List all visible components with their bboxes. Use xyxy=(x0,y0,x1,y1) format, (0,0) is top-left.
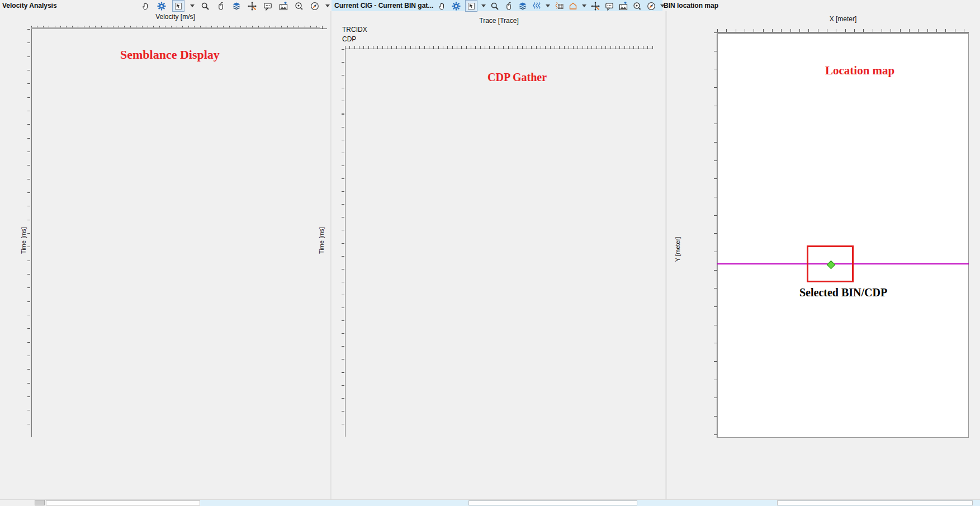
comment-button[interactable] xyxy=(604,1,614,11)
panel-title-velocity: Velocity Analysis xyxy=(2,2,57,10)
wiggle-button[interactable] xyxy=(532,1,542,11)
panel-title-gather: Current CIG - Current BIN gat... xyxy=(334,2,433,10)
dropdown-caret[interactable] xyxy=(190,4,195,7)
map-plot-area[interactable] xyxy=(717,32,969,438)
gather-plot-canvas[interactable] xyxy=(345,49,654,437)
semblance-plot-canvas[interactable] xyxy=(31,29,320,437)
export-image-icon xyxy=(619,2,628,11)
velocity-axis-title: Velocity [m/s] xyxy=(31,13,319,21)
gear-button[interactable] xyxy=(157,1,167,11)
panel-splitter[interactable] xyxy=(330,11,332,499)
move-icon xyxy=(248,2,257,11)
comment-button[interactable] xyxy=(263,1,273,11)
export-image-icon xyxy=(279,2,288,11)
map-x-axis-title: X [meter] xyxy=(717,15,969,23)
bottom-panel-bar[interactable] xyxy=(777,500,973,505)
compass-icon xyxy=(647,2,656,11)
export-image-button[interactable] xyxy=(278,1,288,11)
compass-icon xyxy=(310,2,319,11)
layers-icon xyxy=(518,2,527,11)
time-axis-minor-ticks-gather xyxy=(342,49,344,437)
select-button[interactable] xyxy=(172,0,184,12)
time-axis-title-gather: Time [ms] xyxy=(318,227,325,254)
cdp-row-label: CDP xyxy=(342,35,356,43)
hand-button[interactable] xyxy=(141,1,151,11)
dropdown-caret[interactable] xyxy=(546,4,550,7)
select-button[interactable] xyxy=(465,0,477,12)
toolbar-gather xyxy=(437,1,665,11)
measure-button[interactable] xyxy=(632,1,642,11)
hand-button[interactable] xyxy=(437,1,447,11)
measure-icon xyxy=(295,2,304,11)
bottom-grip[interactable] xyxy=(35,500,45,505)
application-window: Velocity Analysis Current CIG - Current … xyxy=(0,0,980,506)
mouse-icon xyxy=(216,2,225,11)
dropdown-caret[interactable] xyxy=(582,4,586,7)
zoom-icon xyxy=(490,2,499,11)
panel-title-map: BIN location map xyxy=(664,2,718,10)
mouse-button[interactable] xyxy=(504,1,514,11)
move-button[interactable] xyxy=(590,1,600,11)
layers-button[interactable] xyxy=(231,1,242,11)
move-button[interactable] xyxy=(247,1,257,11)
gear-icon xyxy=(157,2,166,11)
toolbar-velocity xyxy=(141,1,330,11)
measure-icon xyxy=(633,2,642,11)
measure-button[interactable] xyxy=(294,1,304,11)
mouse-button[interactable] xyxy=(216,1,226,11)
zoom-button[interactable] xyxy=(200,1,210,11)
layers-button[interactable] xyxy=(518,1,528,11)
polygon-icon xyxy=(569,2,577,11)
panel-splitter[interactable] xyxy=(665,11,667,499)
wiggle-table-icon xyxy=(555,2,564,11)
hand-icon xyxy=(141,2,150,11)
polygon-button[interactable] xyxy=(568,1,578,11)
trace-axis-title: Trace [Trace] xyxy=(345,17,653,25)
map-y-axis-title: Y [meter] xyxy=(674,237,681,262)
layers-icon xyxy=(232,2,241,11)
comment-icon xyxy=(605,2,614,11)
zoom-icon xyxy=(201,2,210,11)
hand-icon xyxy=(438,2,447,11)
export-image-button[interactable] xyxy=(618,1,628,11)
gear-button[interactable] xyxy=(451,1,461,11)
gear-icon xyxy=(452,2,461,11)
select-icon xyxy=(467,2,476,11)
wiggle-table-button[interactable] xyxy=(554,1,564,11)
bottom-panel-bar[interactable] xyxy=(46,500,200,505)
compass-button[interactable] xyxy=(646,1,656,11)
mouse-icon xyxy=(504,2,513,11)
time-axis-minor-ticks-velocity xyxy=(27,29,30,437)
bottom-panel-bar[interactable] xyxy=(468,500,637,505)
dropdown-caret[interactable] xyxy=(325,4,330,7)
gather-annotation: CDP Gather xyxy=(487,71,547,84)
map-annotation-title: Location map xyxy=(825,64,894,78)
time-axis-title-velocity: Time [ms] xyxy=(20,227,27,254)
move-icon xyxy=(591,2,600,11)
comment-icon xyxy=(263,2,272,11)
compass-button[interactable] xyxy=(310,1,320,11)
dropdown-caret[interactable] xyxy=(660,4,665,7)
trcidx-row-label: TRCIDX xyxy=(342,26,367,34)
semblance-annotation: Semblance Display xyxy=(120,48,220,62)
dropdown-caret[interactable] xyxy=(481,4,486,7)
zoom-button[interactable] xyxy=(490,1,500,11)
select-icon xyxy=(174,2,183,11)
map-annotation-selected: Selected BIN/CDP xyxy=(799,286,887,299)
wiggle-icon xyxy=(532,2,541,11)
